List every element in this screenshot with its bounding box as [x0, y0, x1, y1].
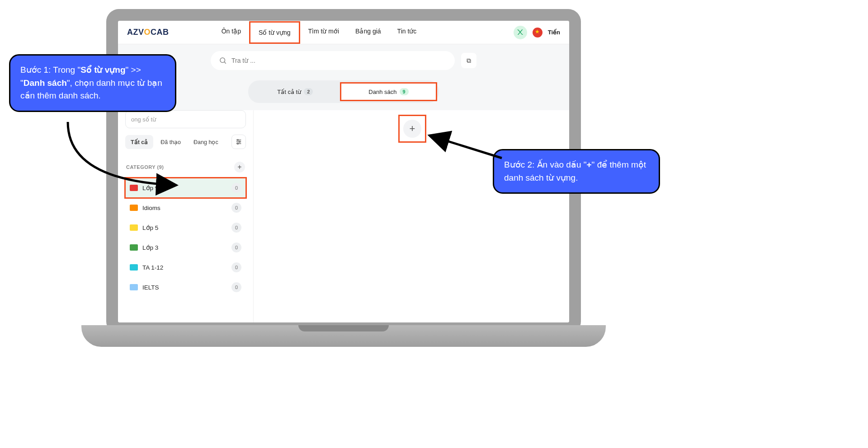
nav-newwords[interactable]: Tìm từ mới — [300, 21, 348, 44]
category-count: 0 — [231, 282, 241, 292]
category-item[interactable]: Lớp 30 — [125, 238, 246, 257]
all-count-badge: 2 — [304, 88, 313, 95]
category-count: 0 — [231, 243, 241, 252]
list-count-badge: 9 — [400, 88, 409, 95]
search-row: ⧉ — [118, 44, 569, 77]
category-name: TA 1-12 — [142, 264, 163, 271]
nav-news[interactable]: Tin tức — [389, 21, 425, 44]
folder-icon — [130, 244, 138, 251]
nav-vocabbook[interactable]: Số từ vựng — [249, 21, 300, 44]
category-item[interactable]: IELTS0 — [125, 277, 246, 297]
avatar-owl-icon[interactable]: ᙭ — [514, 26, 527, 39]
flag-vietnam-icon[interactable] — [533, 28, 542, 37]
nav-review[interactable]: Ôn tập — [213, 21, 249, 44]
filter-settings-icon[interactable] — [231, 135, 246, 149]
step2-callout: Bước 2: Ấn vào dấu "+" để thêm một danh … — [493, 149, 660, 194]
arrow-step1 — [54, 117, 185, 194]
add-category-button[interactable]: + — [234, 162, 245, 173]
vocab-tabs: Tất cả từ 2 Danh sách 9 — [118, 77, 569, 110]
search-input[interactable] — [231, 57, 447, 64]
category-count: 0 — [231, 223, 241, 233]
category-name: Lớp 3 — [142, 244, 158, 251]
tab-lists[interactable]: Danh sách 9 — [340, 82, 437, 101]
svg-point-7 — [237, 143, 239, 145]
category-name: Idioms — [142, 205, 160, 211]
folder-icon — [130, 264, 138, 271]
svg-line-1 — [224, 62, 226, 63]
folder-icon — [130, 284, 138, 290]
category-item[interactable]: Idioms0 — [125, 198, 246, 218]
main-nav: Ôn tập Số từ vựng Tìm từ mới Bảng giá Ti… — [213, 21, 425, 44]
step1-callout: Bước 1: Trong "Sổ từ vựng" >> "Danh sách… — [9, 54, 176, 112]
category-count: 0 — [231, 183, 241, 193]
nav-pricing[interactable]: Bảng giá — [347, 21, 389, 44]
category-count: 0 — [231, 203, 241, 213]
folder-icon — [130, 205, 138, 211]
category-name: IELTS — [142, 284, 159, 291]
list-content-area: + — [254, 110, 569, 322]
filter-learning[interactable]: Đang học — [188, 135, 224, 149]
category-name: Lớp 5 — [142, 224, 158, 231]
add-list-button[interactable]: + — [403, 120, 421, 138]
folder-icon — [130, 224, 138, 231]
global-search[interactable] — [211, 51, 455, 70]
app-header: AZVOCAB Ôn tập Số từ vựng Tìm từ mới Bản… — [118, 21, 569, 44]
arrow-step2 — [423, 131, 513, 167]
popout-icon[interactable]: ⧉ — [461, 53, 476, 68]
tab-all-words[interactable]: Tất cả từ 2 — [250, 82, 340, 101]
language-label: Tiến — [548, 29, 560, 36]
svg-point-5 — [237, 140, 239, 141]
category-item[interactable]: Lớp 50 — [125, 218, 246, 238]
brand-logo: AZVOCAB — [127, 28, 169, 37]
search-icon — [219, 56, 227, 65]
svg-point-6 — [239, 141, 241, 143]
svg-point-0 — [220, 58, 225, 63]
category-item[interactable]: TA 1-120 — [125, 257, 246, 277]
category-count: 0 — [231, 262, 241, 272]
